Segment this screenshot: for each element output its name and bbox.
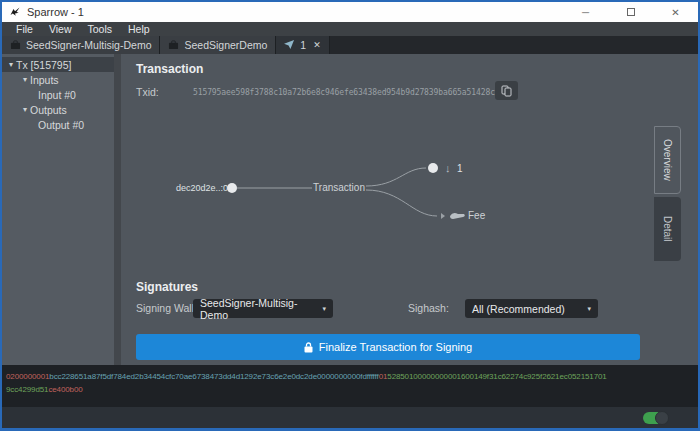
copy-icon: [501, 85, 512, 97]
tab-seedsigner-multisig-demo[interactable]: SeedSigner-Multisig-Demo: [2, 36, 160, 54]
tree-expand-icon[interactable]: ▾: [20, 75, 30, 84]
menu-help[interactable]: Help: [120, 23, 158, 35]
chevron-down-icon: ▾: [322, 305, 326, 313]
tab-transaction-1[interactable]: 1 ✕: [276, 36, 329, 54]
maximize-icon: [627, 8, 635, 16]
transaction-section-title: Transaction: [136, 62, 203, 76]
app-window: Sparrow - 1 ─ ✕ File View Tools Help See…: [0, 0, 700, 431]
tree-item-label: Tx [515795]: [16, 59, 71, 71]
title-bar: Sparrow - 1 ─ ✕: [2, 2, 698, 22]
diagram-center-label: Transaction: [313, 182, 365, 193]
tab-overview-label: Overview: [662, 139, 673, 181]
transaction-icon: [284, 40, 295, 50]
tree-item-outputs[interactable]: ▾ Outputs: [2, 102, 114, 117]
tab-label: SeedSigner-Multisig-Demo: [26, 39, 151, 51]
toggle-knob: [655, 411, 669, 425]
sighash-select[interactable]: All (Recommended) ▾: [465, 299, 598, 318]
minimize-button[interactable]: ─: [563, 2, 608, 22]
tree-item-tx[interactable]: ▾ Tx [515795]: [2, 57, 114, 72]
tree-item-label: Output #0: [38, 119, 84, 131]
menu-view[interactable]: View: [41, 23, 80, 35]
sighash-value: All (Recommended): [472, 303, 565, 315]
signing-wallet-select[interactable]: SeedSigner-Multisig-Demo ▾: [193, 299, 333, 318]
output-node[interactable]: [428, 163, 438, 173]
txid-label: Txid:: [136, 86, 193, 98]
tree-expand-icon[interactable]: ▾: [20, 105, 30, 114]
chevron-down-icon: ▾: [587, 305, 591, 313]
signing-wallet-value: SeedSigner-Multisig-Demo: [200, 297, 314, 321]
transaction-diagram: dec20d2e..:0 Transaction ↓ 1 Fee: [136, 112, 656, 272]
menu-file[interactable]: File: [8, 23, 41, 35]
sidebar-splitter[interactable]: [114, 54, 121, 365]
menu-tools[interactable]: Tools: [80, 23, 121, 35]
tab-detail-label: Detail: [662, 216, 673, 242]
close-button[interactable]: ✕: [653, 2, 698, 22]
lock-icon: [304, 342, 313, 353]
tree-item-label: Inputs: [30, 74, 59, 86]
wallet-icon: [168, 40, 179, 50]
copy-txid-button[interactable]: [495, 81, 518, 100]
minimize-icon: ─: [582, 7, 589, 18]
transaction-tree-sidebar: ▾ Tx [515795] ▾ Inputs Input #0 ▾ Output…: [2, 54, 114, 365]
hex-line: 9cc4299d51ce400b00: [6, 383, 694, 396]
finalize-transaction-button[interactable]: Finalize Transaction for Signing: [136, 334, 640, 360]
diagram-input-label[interactable]: dec20d2e..:0: [176, 183, 228, 193]
tab-overview[interactable]: Overview: [654, 126, 681, 194]
tab-detail[interactable]: Detail: [654, 197, 681, 261]
finalize-button-label: Finalize Transaction for Signing: [319, 341, 472, 353]
wallet-icon: [10, 40, 21, 50]
tree-expand-icon[interactable]: ▾: [6, 60, 16, 69]
network-toggle[interactable]: [643, 412, 668, 424]
tree-item-input-0[interactable]: Input #0: [2, 87, 114, 102]
close-icon: ✕: [671, 7, 679, 18]
input-node[interactable]: [227, 183, 237, 193]
status-bar: [2, 407, 698, 428]
sparrow-logo-icon: [9, 6, 21, 18]
tab-label: SeedSignerDemo: [184, 39, 267, 51]
diagram-fee-label[interactable]: Fee: [468, 210, 486, 221]
tab-seedsignerdemo[interactable]: SeedSignerDemo: [160, 36, 276, 54]
arrow-down-icon: ↓: [445, 162, 451, 174]
view-tab-strip: Overview Detail: [654, 126, 682, 261]
maximize-button[interactable]: [608, 2, 653, 22]
transaction-overview-panel: Transaction Txid: 515795aee598f3788c10a7…: [121, 54, 698, 365]
raw-transaction-hex-viewer: 0200000001bcc228651a87f5df784ed2b34454cf…: [2, 365, 698, 407]
tab-close-icon[interactable]: ✕: [313, 40, 321, 50]
menu-bar: File View Tools Help: [2, 22, 698, 36]
tree-item-label: Outputs: [30, 104, 67, 116]
signatures-section-title: Signatures: [136, 280, 198, 294]
window-title: Sparrow - 1: [27, 6, 563, 18]
hex-line: 0200000001bcc228651a87f5df784ed2b34454cf…: [6, 370, 694, 383]
diagram-output-label[interactable]: 1: [457, 163, 463, 174]
fee-icon: [450, 213, 465, 219]
tab-label: 1: [300, 39, 306, 51]
tree-item-inputs[interactable]: ▾ Inputs: [2, 72, 114, 87]
sighash-label: Sighash:: [408, 302, 449, 314]
txid-value[interactable]: 515795aee598f3788c10a72b6e8c946efe63438e…: [193, 88, 495, 97]
tree-item-label: Input #0: [38, 89, 76, 101]
tab-bar: SeedSigner-Multisig-Demo SeedSignerDemo …: [2, 36, 698, 54]
tree-item-output-0[interactable]: Output #0: [2, 117, 114, 132]
